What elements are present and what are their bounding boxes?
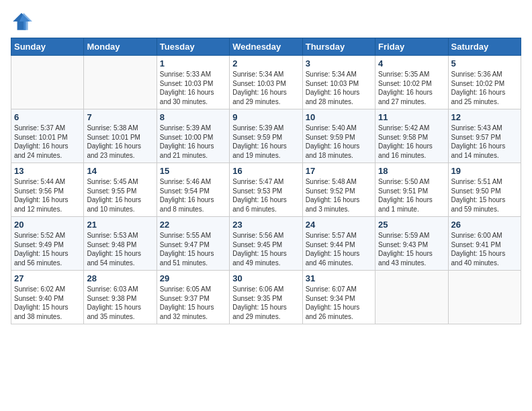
day-number: 25 bbox=[378, 220, 445, 230]
calendar-cell: 3Sunrise: 5:34 AMSunset: 10:03 PMDayligh… bbox=[302, 56, 375, 109]
cell-content: Sunrise: 5:59 AMSunset: 9:43 PMDaylight:… bbox=[378, 231, 445, 267]
day-number: 17 bbox=[306, 166, 372, 176]
day-number: 29 bbox=[160, 273, 226, 283]
calendar-cell bbox=[375, 271, 448, 324]
calendar-cell: 30Sunrise: 6:06 AMSunset: 9:35 PMDayligh… bbox=[230, 271, 302, 324]
day-number: 2 bbox=[232, 58, 299, 68]
calendar-cell: 24Sunrise: 5:57 AMSunset: 9:44 PMDayligh… bbox=[302, 217, 375, 271]
calendar-cell: 28Sunrise: 6:03 AMSunset: 9:38 PMDayligh… bbox=[84, 271, 157, 324]
day-number: 15 bbox=[160, 166, 226, 176]
calendar-week-4: 20Sunrise: 5:52 AMSunset: 9:49 PMDayligh… bbox=[11, 217, 521, 271]
calendar-week-3: 13Sunrise: 5:44 AMSunset: 9:56 PMDayligh… bbox=[11, 163, 521, 217]
cell-content: Sunrise: 5:34 AMSunset: 10:03 PMDaylight… bbox=[306, 70, 372, 106]
cell-content: Sunrise: 5:47 AMSunset: 9:53 PMDaylight:… bbox=[232, 177, 299, 214]
day-header-saturday: Saturday bbox=[448, 38, 521, 56]
calendar-cell: 26Sunrise: 6:00 AMSunset: 9:41 PMDayligh… bbox=[448, 217, 521, 271]
day-number: 1 bbox=[160, 58, 226, 68]
calendar-cell: 18Sunrise: 5:50 AMSunset: 9:51 PMDayligh… bbox=[375, 163, 448, 217]
day-number: 12 bbox=[451, 112, 518, 122]
calendar-cell: 17Sunrise: 5:48 AMSunset: 9:52 PMDayligh… bbox=[302, 163, 375, 217]
day-number: 8 bbox=[160, 112, 226, 122]
day-header-tuesday: Tuesday bbox=[157, 38, 229, 56]
cell-content: Sunrise: 5:36 AMSunset: 10:02 PMDaylight… bbox=[451, 70, 518, 106]
calendar-cell: 14Sunrise: 5:45 AMSunset: 9:55 PMDayligh… bbox=[84, 163, 157, 217]
calendar-cell: 27Sunrise: 6:02 AMSunset: 9:40 PMDayligh… bbox=[11, 271, 84, 324]
calendar-cell: 12Sunrise: 5:43 AMSunset: 9:57 PMDayligh… bbox=[448, 109, 521, 163]
day-number: 28 bbox=[87, 273, 153, 283]
logo bbox=[11, 11, 35, 32]
cell-content: Sunrise: 5:37 AMSunset: 10:01 PMDaylight… bbox=[14, 124, 81, 160]
day-number: 11 bbox=[378, 112, 445, 122]
day-number: 22 bbox=[160, 220, 226, 230]
cell-content: Sunrise: 6:02 AMSunset: 9:40 PMDaylight:… bbox=[14, 285, 81, 321]
calendar-cell: 8Sunrise: 5:39 AMSunset: 10:00 PMDayligh… bbox=[157, 109, 229, 163]
cell-content: Sunrise: 6:06 AMSunset: 9:35 PMDaylight:… bbox=[232, 285, 299, 321]
cell-content: Sunrise: 6:03 AMSunset: 9:38 PMDaylight:… bbox=[87, 285, 153, 321]
cell-content: Sunrise: 5:51 AMSunset: 9:50 PMDaylight:… bbox=[451, 177, 518, 214]
day-header-monday: Monday bbox=[84, 38, 157, 56]
day-number: 20 bbox=[14, 220, 81, 230]
cell-content: Sunrise: 5:43 AMSunset: 9:57 PMDaylight:… bbox=[451, 124, 518, 160]
cell-content: Sunrise: 5:48 AMSunset: 9:52 PMDaylight:… bbox=[306, 177, 372, 214]
cell-content: Sunrise: 5:45 AMSunset: 9:55 PMDaylight:… bbox=[87, 177, 153, 214]
day-number: 3 bbox=[306, 58, 372, 68]
cell-content: Sunrise: 5:56 AMSunset: 9:45 PMDaylight:… bbox=[232, 231, 299, 267]
day-number: 27 bbox=[14, 273, 81, 283]
cell-content: Sunrise: 5:57 AMSunset: 9:44 PMDaylight:… bbox=[306, 231, 372, 267]
cell-content: Sunrise: 5:46 AMSunset: 9:54 PMDaylight:… bbox=[160, 177, 226, 214]
day-number: 23 bbox=[232, 220, 299, 230]
calendar-cell bbox=[11, 56, 84, 109]
day-number: 6 bbox=[14, 112, 81, 122]
calendar-cell: 22Sunrise: 5:55 AMSunset: 9:47 PMDayligh… bbox=[157, 217, 229, 271]
day-header-thursday: Thursday bbox=[302, 38, 375, 56]
day-header-sunday: Sunday bbox=[11, 38, 84, 56]
calendar-cell: 1Sunrise: 5:33 AMSunset: 10:03 PMDayligh… bbox=[157, 56, 229, 109]
day-number: 18 bbox=[378, 166, 445, 176]
calendar-cell: 10Sunrise: 5:40 AMSunset: 9:59 PMDayligh… bbox=[302, 109, 375, 163]
cell-content: Sunrise: 5:38 AMSunset: 10:01 PMDaylight… bbox=[87, 124, 153, 160]
calendar-cell bbox=[84, 56, 157, 109]
cell-content: Sunrise: 6:00 AMSunset: 9:41 PMDaylight:… bbox=[451, 231, 518, 267]
cell-content: Sunrise: 5:39 AMSunset: 10:00 PMDaylight… bbox=[160, 124, 226, 160]
day-number: 31 bbox=[306, 273, 372, 283]
calendar-cell: 7Sunrise: 5:38 AMSunset: 10:01 PMDayligh… bbox=[84, 109, 157, 163]
cell-content: Sunrise: 5:34 AMSunset: 10:03 PMDaylight… bbox=[232, 70, 299, 106]
calendar-cell: 23Sunrise: 5:56 AMSunset: 9:45 PMDayligh… bbox=[230, 217, 302, 271]
calendar-table: SundayMondayTuesdayWednesdayThursdayFrid… bbox=[11, 38, 521, 324]
calendar-cell: 20Sunrise: 5:52 AMSunset: 9:49 PMDayligh… bbox=[11, 217, 84, 271]
day-number: 9 bbox=[232, 112, 299, 122]
day-number: 30 bbox=[232, 273, 299, 283]
calendar-cell: 5Sunrise: 5:36 AMSunset: 10:02 PMDayligh… bbox=[448, 56, 521, 109]
logo-icon bbox=[11, 11, 32, 32]
calendar-cell: 6Sunrise: 5:37 AMSunset: 10:01 PMDayligh… bbox=[11, 109, 84, 163]
day-number: 24 bbox=[306, 220, 372, 230]
cell-content: Sunrise: 5:53 AMSunset: 9:48 PMDaylight:… bbox=[87, 231, 153, 267]
cell-content: Sunrise: 5:35 AMSunset: 10:02 PMDaylight… bbox=[378, 70, 445, 106]
calendar-cell: 4Sunrise: 5:35 AMSunset: 10:02 PMDayligh… bbox=[375, 56, 448, 109]
day-number: 26 bbox=[451, 220, 518, 230]
calendar-cell: 21Sunrise: 5:53 AMSunset: 9:48 PMDayligh… bbox=[84, 217, 157, 271]
day-number: 7 bbox=[87, 112, 153, 122]
cell-content: Sunrise: 5:40 AMSunset: 9:59 PMDaylight:… bbox=[306, 124, 372, 160]
cell-content: Sunrise: 5:55 AMSunset: 9:47 PMDaylight:… bbox=[160, 231, 226, 267]
day-number: 16 bbox=[232, 166, 299, 176]
calendar-cell: 31Sunrise: 6:07 AMSunset: 9:34 PMDayligh… bbox=[302, 271, 375, 324]
day-header-friday: Friday bbox=[375, 38, 448, 56]
cell-content: Sunrise: 6:07 AMSunset: 9:34 PMDaylight:… bbox=[306, 285, 372, 321]
cell-content: Sunrise: 5:52 AMSunset: 9:49 PMDaylight:… bbox=[14, 231, 81, 267]
calendar-cell: 25Sunrise: 5:59 AMSunset: 9:43 PMDayligh… bbox=[375, 217, 448, 271]
calendar-cell: 16Sunrise: 5:47 AMSunset: 9:53 PMDayligh… bbox=[230, 163, 302, 217]
calendar-cell: 2Sunrise: 5:34 AMSunset: 10:03 PMDayligh… bbox=[230, 56, 302, 109]
calendar-cell: 19Sunrise: 5:51 AMSunset: 9:50 PMDayligh… bbox=[448, 163, 521, 217]
cell-content: Sunrise: 5:42 AMSunset: 9:58 PMDaylight:… bbox=[378, 124, 445, 160]
cell-content: Sunrise: 6:05 AMSunset: 9:37 PMDaylight:… bbox=[160, 285, 226, 321]
calendar-cell bbox=[448, 271, 521, 324]
calendar-cell: 13Sunrise: 5:44 AMSunset: 9:56 PMDayligh… bbox=[11, 163, 84, 217]
calendar-cell: 9Sunrise: 5:39 AMSunset: 9:59 PMDaylight… bbox=[230, 109, 302, 163]
day-number: 13 bbox=[14, 166, 81, 176]
day-number: 21 bbox=[87, 220, 153, 230]
calendar-week-1: 1Sunrise: 5:33 AMSunset: 10:03 PMDayligh… bbox=[11, 56, 521, 109]
cell-content: Sunrise: 5:44 AMSunset: 9:56 PMDaylight:… bbox=[14, 177, 81, 214]
calendar-week-2: 6Sunrise: 5:37 AMSunset: 10:01 PMDayligh… bbox=[11, 109, 521, 163]
day-header-wednesday: Wednesday bbox=[230, 38, 302, 56]
